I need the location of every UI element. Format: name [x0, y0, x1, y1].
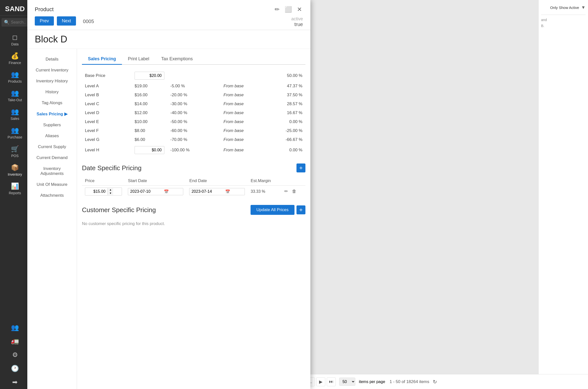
delivery-icon: 🚛 [11, 337, 19, 345]
col-est-margin: Est.Margin [248, 176, 280, 186]
sidebar-item-finance[interactable]: 💰 Finance [0, 49, 30, 68]
base-price-input[interactable] [135, 72, 164, 80]
level-d-label: Level D [82, 108, 132, 117]
sidenav-item-current-inventory[interactable]: Current Inventory [27, 65, 77, 76]
level-e-row: Level E $10.00 -50.00 % From base 0.00 % [82, 117, 305, 126]
sidebar-item-users[interactable]: 👥 [0, 321, 30, 334]
sidenav-item-aliases[interactable]: Aliases [27, 130, 77, 141]
date-price-input-wrap: ▲ ▼ [85, 188, 122, 195]
date-specific-table: Price Start Date End Date Est.Margin [82, 176, 305, 197]
sidebar-item-sales[interactable]: 👥 Sales [0, 105, 30, 124]
next-button[interactable]: Next [57, 16, 76, 26]
delete-date-pricing-button[interactable]: 🗑 [291, 188, 297, 195]
level-b-pct: -20.00 % [167, 91, 220, 99]
add-date-pricing-button[interactable]: + [296, 163, 305, 172]
price-spin-up[interactable]: ▲ [108, 188, 113, 192]
inventory-icon: 📦 [11, 164, 19, 171]
tab-sales-pricing[interactable]: Sales Pricing [82, 54, 122, 65]
level-h-margin: 0.00 % [276, 144, 305, 156]
products-icon: 👥 [11, 71, 19, 78]
sidebar-item-data-label: Data [11, 42, 19, 46]
level-c-from: From base [220, 99, 276, 108]
sidebar-item-sales-label: Sales [10, 117, 19, 121]
prev-button[interactable]: Prev [35, 16, 54, 26]
only-show-active-label: Only Show Active [550, 5, 579, 10]
sidenav-item-inventory-history[interactable]: Inventory History [27, 76, 77, 87]
end-date-input[interactable] [191, 189, 224, 194]
tab-tax-exemptions[interactable]: Tax Exemptions [155, 54, 199, 65]
refresh-button[interactable]: ↻ [433, 379, 437, 385]
sidebar-logo: SAND [0, 2, 30, 16]
filter-icon[interactable]: ▼ [581, 5, 586, 10]
per-page-select[interactable]: 50 25 100 [339, 378, 355, 386]
level-h-input[interactable] [135, 146, 164, 154]
sidebar-item-delivery[interactable]: 🚛 [0, 334, 30, 348]
level-g-margin: -66.67 % [276, 135, 305, 144]
tab-print-label[interactable]: Print Label [122, 54, 155, 65]
gear-icon: ⚙ [12, 351, 18, 359]
sidebar-item-pos[interactable]: 🛒 POS [0, 142, 30, 161]
edit-date-pricing-button[interactable]: ✏ [283, 188, 289, 195]
level-a-row: Level A $19.00 -5.00 % From base 47.37 % [82, 82, 305, 91]
calendar-icon-start[interactable]: 📅 [164, 189, 169, 194]
sidebar-search-container[interactable]: 🔍 [1, 18, 28, 27]
sidebar-item-pos-label: POS [11, 154, 19, 158]
modal-title-row: Product ✏ ⬜ ✕ [35, 5, 303, 14]
level-f-row: Level F $8.00 -60.00 % From base -25.00 … [82, 126, 305, 135]
level-a-label: Level A [82, 82, 132, 91]
sidebar-item-reports[interactable]: 📊 Reports [0, 179, 30, 198]
modal-actions: ✏ ⬜ ✕ [274, 5, 303, 14]
sidenav-item-history[interactable]: History [27, 87, 77, 97]
sidenav-item-attachments[interactable]: Attachments [27, 190, 77, 201]
level-e-margin: 0.00 % [276, 117, 305, 126]
level-f-price: $8.00 [132, 126, 167, 135]
end-date-input-wrap: 📅 [189, 188, 245, 195]
sidenav-item-unit-of-measure[interactable]: Unit Of Measure [27, 179, 77, 190]
sidebar-item-settings[interactable]: ⚙ [0, 348, 30, 362]
add-customer-pricing-button[interactable]: + [296, 205, 305, 214]
edit-button[interactable]: ✏ [274, 5, 281, 14]
sidenav-item-suppliers[interactable]: Suppliers [27, 120, 77, 130]
next-page-button[interactable]: ▶ [316, 377, 325, 386]
sidebar-item-takeout[interactable]: 👥 Take-Out [0, 86, 30, 105]
sidebar-item-inventory[interactable]: 📦 Inventory [0, 161, 30, 179]
level-c-row: Level C $14.00 -30.00 % From base 28.57 … [82, 99, 305, 108]
sidebar-item-logout[interactable]: ➡ [0, 375, 30, 389]
sidebar-item-inventory-label: Inventory [8, 172, 22, 176]
no-customer-pricing-text: No customer specific pricing for this pr… [82, 219, 305, 229]
search-input[interactable] [11, 20, 26, 25]
sidebar-item-products[interactable]: 👥 Products [0, 68, 30, 86]
col-price: Price [82, 176, 125, 186]
last-page-button[interactable]: ⏭ [327, 377, 336, 386]
update-all-prices-button[interactable]: Update All Prices [251, 205, 294, 215]
level-f-from: From base [220, 126, 276, 135]
sidenav-item-inventory-adjustments[interactable]: Inventory Adjustments [27, 163, 77, 179]
status-value: true [291, 22, 303, 27]
sidenav-item-details[interactable]: Details [27, 54, 77, 65]
sidebar-item-finance-label: Finance [9, 61, 21, 65]
sidenav-item-sales-pricing[interactable]: Sales Pricing [27, 108, 77, 120]
level-f-margin: -25.00 % [276, 126, 305, 135]
level-g-label: Level G [82, 135, 132, 144]
level-b-row: Level B $16.00 -20.00 % From base 37.50 … [82, 91, 305, 99]
price-spin-down[interactable]: ▼ [108, 192, 113, 195]
sidenav-item-tag-alongs[interactable]: Tag Alongs [27, 97, 77, 108]
close-button[interactable]: ✕ [296, 5, 303, 14]
level-f-label: Level F [82, 126, 132, 135]
date-price-input[interactable] [85, 188, 108, 195]
calendar-icon-end[interactable]: 📅 [225, 189, 230, 194]
level-a-pct: -5.00 % [167, 82, 220, 91]
sidebar-item-data[interactable]: ◻ Data [0, 31, 30, 49]
date-margin: 33.33 % [248, 186, 280, 198]
start-date-input[interactable] [130, 189, 162, 194]
sidenav-item-current-supply[interactable]: Current Supply [27, 141, 77, 152]
sidenav-item-current-demand[interactable]: Current Demand [27, 152, 77, 163]
level-g-pct: -70.00 % [167, 135, 220, 144]
sidebar-item-clock[interactable]: 🕐 [0, 362, 30, 375]
reports-icon: 📊 [11, 182, 19, 190]
search-icon: 🔍 [4, 20, 9, 25]
col-start-date: Start Date [125, 176, 186, 186]
pagination-range: 1 - 50 of 18264 items [390, 379, 429, 384]
expand-button[interactable]: ⬜ [284, 5, 293, 14]
sidebar-item-purchase[interactable]: 👥 Purchase [0, 124, 30, 142]
